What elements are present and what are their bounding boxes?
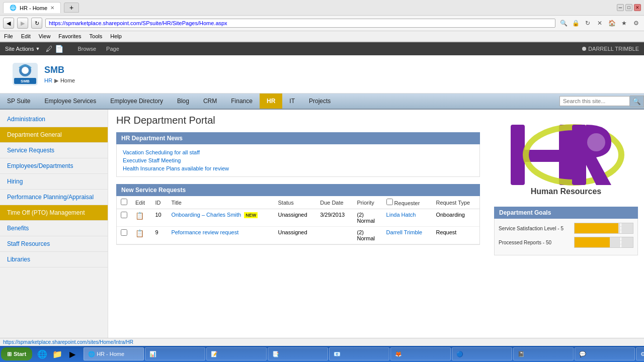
menu-tools[interactable]: Tools <box>86 32 107 40</box>
taskbar-window-ppt[interactable]: 📑 <box>268 347 328 360</box>
sidebar-item-administration[interactable]: Administration <box>0 112 108 127</box>
breadcrumb-home: Home <box>60 77 75 83</box>
site-header: SMB SMB HR ▶ Home <box>0 55 644 94</box>
user-status-dot <box>582 47 586 51</box>
start-button[interactable]: ⊞ Start <box>1 347 32 360</box>
nav-item-finance[interactable]: Finance <box>224 94 260 109</box>
nav-item-it[interactable]: IT <box>282 94 302 109</box>
taskbar-window-word[interactable]: 📝 <box>206 347 267 360</box>
goal-satisfaction-bar <box>575 223 618 233</box>
main-content: HR Department Portal HR Department News … <box>108 110 488 362</box>
taskbar-app-mediaplayer[interactable]: ▶ <box>65 347 79 361</box>
nav-item-employee-services[interactable]: Employee Services <box>37 94 103 109</box>
nav-item-crm[interactable]: CRM <box>196 94 224 109</box>
windows-logo: ⊞ <box>7 351 12 357</box>
sidebar-item-employees-departments[interactable]: Employees/Departments <box>0 158 108 174</box>
refresh-button[interactable]: ↻ <box>31 18 42 29</box>
edit-page-icon[interactable]: 🖊 <box>46 45 53 53</box>
news-link-health[interactable]: Health Insurance Plans available for rev… <box>123 164 473 172</box>
service-requests-header-text: New Service Requests <box>121 187 186 194</box>
sp-toolbar: Site Actions ▼ 🖊 📄 Browse Page DARRELL T… <box>0 42 644 55</box>
col-request-type: Request Type <box>432 196 479 209</box>
taskbar-window-hr[interactable]: 🌐 HR - Home <box>84 347 144 360</box>
col-requester: Requester <box>382 196 432 209</box>
row1-checkbox[interactable] <box>121 212 127 218</box>
taskbar-window-skype[interactable]: 💬 <box>575 347 635 360</box>
sidebar-item-hiring[interactable]: Hiring <box>0 174 108 190</box>
menu-file[interactable]: File <box>0 32 17 40</box>
row1-title-link[interactable]: Onboarding – Charles Smith <box>171 212 241 218</box>
restore-button[interactable]: □ <box>625 4 632 11</box>
close-bar-icon[interactable]: ✕ <box>595 18 605 28</box>
user-name: DARRELL TRIMBLE <box>588 46 639 52</box>
magnifier-icon[interactable]: 🔍 <box>558 18 569 28</box>
sidebar-item-timeoff[interactable]: Time Off (PTO) Management <box>0 205 108 221</box>
home-icon[interactable]: 🏠 <box>607 18 617 28</box>
forward-button[interactable]: ▶ <box>17 18 28 29</box>
sidebar-item-department-general[interactable]: Department General <box>0 127 108 143</box>
taskbar-window-misc[interactable]: ⚙ <box>636 347 644 360</box>
back-button[interactable]: ◀ <box>3 18 14 29</box>
sidebar-item-libraries[interactable]: Libraries <box>0 252 108 267</box>
taskbar-window-onenote[interactable]: 📓 <box>513 347 574 360</box>
nav-item-projects[interactable]: Projects <box>302 94 338 109</box>
row1-edit-icon[interactable]: 📋 <box>135 212 144 220</box>
row2-requester-link[interactable]: Darrell Trimble <box>386 229 423 235</box>
gear-icon[interactable]: ⚙ <box>631 18 641 28</box>
row2-title-link[interactable]: Peformance review request <box>171 229 238 235</box>
nav-item-employee-directory[interactable]: Employee Directory <box>103 94 170 109</box>
row1-new-badge: NEW <box>244 212 258 218</box>
col-status: Status <box>274 196 316 209</box>
tab-page[interactable]: Page <box>101 44 124 53</box>
settings-icon[interactable]: 📄 <box>55 45 63 53</box>
menu-help[interactable]: Help <box>106 32 126 40</box>
star-icon[interactable]: ★ <box>619 18 629 28</box>
row2-title-cell: Peformance review request <box>167 227 274 244</box>
taskbar-app-browser[interactable]: 🌐 <box>35 347 49 361</box>
menu-view[interactable]: View <box>35 32 55 40</box>
taskbar-window-chrome[interactable]: 🔵 <box>452 347 512 360</box>
new-tab-button[interactable]: + <box>64 3 79 13</box>
close-button[interactable]: ✕ <box>634 4 641 11</box>
row1-edit-cell: 📋 <box>131 209 151 227</box>
breadcrumb-hr-link[interactable]: HR <box>44 77 52 83</box>
select-all-checkbox[interactable] <box>121 199 127 205</box>
menu-favorites[interactable]: Favorites <box>54 32 85 40</box>
tab-close-button[interactable]: ✕ <box>50 5 54 11</box>
taskbar-app-folder[interactable]: 📁 <box>50 347 64 361</box>
taskbar-window-firefox[interactable]: 🦊 <box>390 347 451 360</box>
col-edit: Edit <box>131 196 151 209</box>
taskbar-window-outlook[interactable]: 📧 <box>329 347 389 360</box>
row2-id: 9 <box>151 227 167 244</box>
requester-checkbox[interactable] <box>386 199 393 205</box>
refresh-icon2[interactable]: ↻ <box>583 18 593 28</box>
news-link-executive[interactable]: Executive Staff Meeting <box>123 156 473 164</box>
tab-browse[interactable]: Browse <box>72 44 101 53</box>
col-due-date: Due Date <box>316 196 353 209</box>
minimize-button[interactable]: ─ <box>617 4 624 11</box>
menu-edit[interactable]: Edit <box>17 32 35 40</box>
row2-checkbox[interactable] <box>121 229 127 236</box>
sidebar-item-staff-resources[interactable]: Staff Resources <box>0 236 108 252</box>
browser-tab-active[interactable]: 🌐 HR - Home ✕ <box>3 2 61 13</box>
nav-item-sp-suite[interactable]: SP Suite <box>0 94 37 109</box>
taskbar-window-excel[interactable]: 📊 <box>145 347 205 360</box>
sidebar-item-benefits[interactable]: Benefits <box>0 221 108 236</box>
col-checkbox <box>117 196 131 209</box>
site-actions-arrow: ▼ <box>35 46 40 51</box>
search-button[interactable]: 🔍 <box>630 96 644 107</box>
service-requests-section: New Service Requests Edit ID Title Statu… <box>116 184 480 245</box>
row2-edit-icon[interactable]: 📋 <box>135 229 144 237</box>
site-actions-button[interactable]: Site Actions ▼ <box>5 46 40 52</box>
row1-requester-link[interactable]: Linda Hatch <box>386 212 416 218</box>
sidebar-item-performance[interactable]: Performance Planning/Appraisal <box>0 190 108 205</box>
nav-item-blog[interactable]: Blog <box>170 94 196 109</box>
taskbar: ⊞ Start 🌐 📁 ▶ 🌐 HR - Home 📊 📝 📑 📧 � <box>0 346 644 362</box>
sidebar-item-service-requests[interactable]: Service Requests <box>0 143 108 158</box>
search-input[interactable] <box>559 96 630 106</box>
news-link-vacation[interactable]: Vacation Scheduling for all staff <box>123 148 473 156</box>
address-bar[interactable] <box>45 19 555 28</box>
goal-row-reports: Processed Reports - 50 <box>499 237 633 248</box>
nav-item-hr[interactable]: HR <box>260 94 282 109</box>
goals-content: Service Satisfaction Level - 5 Processed… <box>494 219 638 255</box>
